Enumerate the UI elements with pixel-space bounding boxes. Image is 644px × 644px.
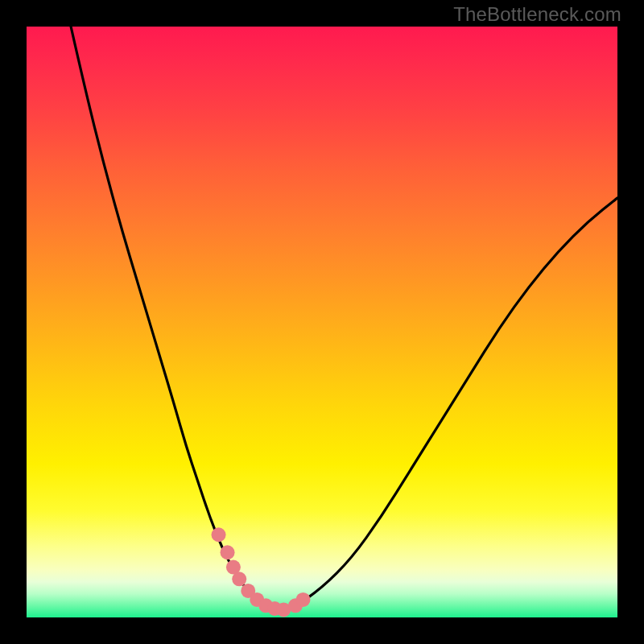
highlight-dot — [296, 592, 311, 607]
plot-area — [27, 27, 617, 617]
highlight-dot — [221, 545, 235, 559]
highlight-dot — [232, 572, 246, 586]
watermark-text: TheBottleneck.com — [453, 3, 621, 26]
highlight-dots — [212, 527, 311, 617]
chart-container: TheBottleneck.com — [0, 0, 644, 644]
highlight-dot — [212, 527, 226, 542]
chart-svg — [27, 27, 617, 617]
bottleneck-curve — [71, 27, 617, 611]
